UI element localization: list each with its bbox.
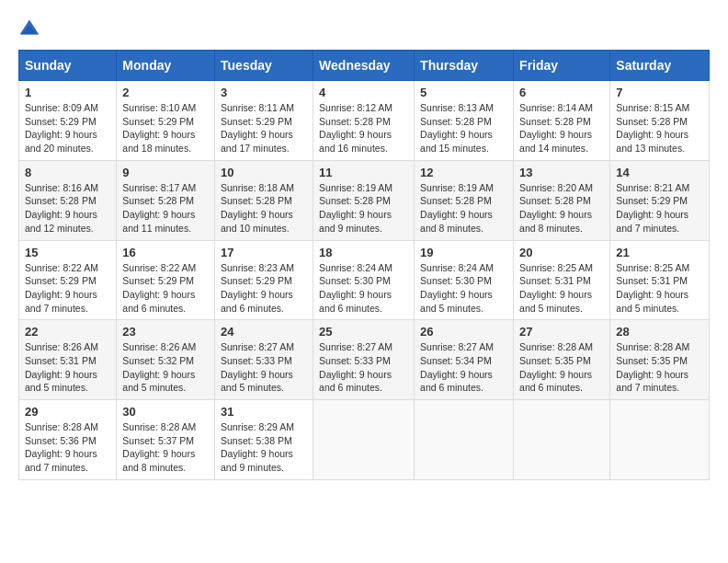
- weekday-header-row: SundayMondayTuesdayWednesdayThursdayFrid…: [19, 51, 710, 81]
- calendar-day-cell: 7Sunrise: 8:15 AMSunset: 5:28 PMDaylight…: [610, 81, 710, 161]
- day-number: 11: [319, 166, 408, 179]
- day-info: Sunrise: 8:26 AMSunset: 5:32 PMDaylight:…: [122, 340, 209, 395]
- day-info: Sunrise: 8:17 AMSunset: 5:28 PMDaylight:…: [122, 181, 209, 236]
- day-number: 24: [221, 325, 307, 339]
- day-number: 26: [420, 325, 507, 339]
- calendar-day-cell: 8Sunrise: 8:16 AMSunset: 5:28 PMDaylight…: [19, 160, 117, 240]
- calendar-table: SundayMondayTuesdayWednesdayThursdayFrid…: [18, 50, 710, 480]
- header: [18, 18, 710, 40]
- calendar-day-cell: 30Sunrise: 8:28 AMSunset: 5:37 PMDayligh…: [117, 400, 215, 480]
- calendar-week-row: 22Sunrise: 8:26 AMSunset: 5:31 PMDayligh…: [19, 320, 710, 400]
- calendar-day-cell: 10Sunrise: 8:18 AMSunset: 5:28 PMDayligh…: [215, 160, 313, 240]
- day-info: Sunrise: 8:11 AMSunset: 5:29 PMDaylight:…: [221, 101, 307, 155]
- calendar-day-cell: 12Sunrise: 8:19 AMSunset: 5:28 PMDayligh…: [415, 160, 514, 240]
- calendar-day-cell: 18Sunrise: 8:24 AMSunset: 5:30 PMDayligh…: [313, 240, 415, 320]
- calendar-day-cell: 17Sunrise: 8:23 AMSunset: 5:29 PMDayligh…: [215, 240, 313, 320]
- day-info: Sunrise: 8:15 AMSunset: 5:28 PMDaylight:…: [616, 101, 703, 155]
- weekday-header-wednesday: Wednesday: [313, 51, 415, 81]
- calendar-day-cell: 25Sunrise: 8:27 AMSunset: 5:33 PMDayligh…: [313, 320, 415, 400]
- day-number: 5: [420, 86, 507, 99]
- calendar-day-cell: 5Sunrise: 8:13 AMSunset: 5:28 PMDaylight…: [415, 81, 514, 161]
- weekday-header-saturday: Saturday: [610, 51, 710, 81]
- day-info: Sunrise: 8:23 AMSunset: 5:29 PMDaylight:…: [221, 261, 307, 316]
- calendar-day-cell: 27Sunrise: 8:28 AMSunset: 5:35 PMDayligh…: [514, 320, 610, 400]
- calendar-day-cell: 26Sunrise: 8:27 AMSunset: 5:34 PMDayligh…: [415, 320, 514, 400]
- day-info: Sunrise: 8:13 AMSunset: 5:28 PMDaylight:…: [420, 101, 507, 155]
- day-number: 21: [616, 246, 703, 259]
- day-number: 30: [122, 405, 209, 419]
- calendar-day-cell: 4Sunrise: 8:12 AMSunset: 5:28 PMDaylight…: [313, 81, 415, 161]
- calendar-day-cell: 24Sunrise: 8:27 AMSunset: 5:33 PMDayligh…: [215, 320, 313, 400]
- day-number: 18: [319, 246, 408, 259]
- logo-icon: [18, 18, 40, 40]
- calendar-day-cell: 6Sunrise: 8:14 AMSunset: 5:28 PMDaylight…: [514, 81, 610, 161]
- day-info: Sunrise: 8:28 AMSunset: 5:35 PMDaylight:…: [616, 340, 703, 395]
- day-number: 9: [122, 166, 209, 179]
- logo: [18, 18, 44, 40]
- day-info: Sunrise: 8:27 AMSunset: 5:34 PMDaylight:…: [420, 340, 507, 395]
- day-number: 27: [519, 325, 604, 339]
- calendar-day-cell: 22Sunrise: 8:26 AMSunset: 5:31 PMDayligh…: [19, 320, 117, 400]
- day-number: 14: [616, 166, 703, 179]
- day-number: 15: [25, 246, 110, 259]
- weekday-header-friday: Friday: [514, 51, 610, 81]
- day-number: 2: [122, 86, 209, 99]
- day-info: Sunrise: 8:20 AMSunset: 5:28 PMDaylight:…: [519, 181, 604, 236]
- calendar-day-cell: 28Sunrise: 8:28 AMSunset: 5:35 PMDayligh…: [610, 320, 710, 400]
- day-number: 23: [122, 325, 209, 339]
- day-info: Sunrise: 8:19 AMSunset: 5:28 PMDaylight:…: [319, 181, 408, 236]
- day-info: Sunrise: 8:26 AMSunset: 5:31 PMDaylight:…: [25, 340, 110, 395]
- calendar-day-cell: [415, 400, 514, 480]
- day-info: Sunrise: 8:28 AMSunset: 5:36 PMDaylight:…: [25, 420, 110, 475]
- calendar-day-cell: 9Sunrise: 8:17 AMSunset: 5:28 PMDaylight…: [117, 160, 215, 240]
- day-number: 17: [221, 246, 307, 259]
- calendar-day-cell: 16Sunrise: 8:22 AMSunset: 5:29 PMDayligh…: [117, 240, 215, 320]
- day-info: Sunrise: 8:12 AMSunset: 5:28 PMDaylight:…: [319, 101, 408, 155]
- day-number: 13: [519, 166, 604, 179]
- day-number: 6: [519, 86, 604, 99]
- day-info: Sunrise: 8:19 AMSunset: 5:28 PMDaylight:…: [420, 181, 507, 236]
- day-info: Sunrise: 8:22 AMSunset: 5:29 PMDaylight:…: [25, 261, 110, 316]
- day-number: 7: [616, 86, 703, 99]
- calendar-day-cell: 15Sunrise: 8:22 AMSunset: 5:29 PMDayligh…: [19, 240, 117, 320]
- weekday-header-monday: Monday: [117, 51, 215, 81]
- day-info: Sunrise: 8:29 AMSunset: 5:38 PMDaylight:…: [221, 420, 307, 475]
- weekday-header-thursday: Thursday: [415, 51, 514, 81]
- day-info: Sunrise: 8:25 AMSunset: 5:31 PMDaylight:…: [519, 261, 604, 316]
- calendar-day-cell: [610, 400, 710, 480]
- day-number: 22: [25, 325, 110, 339]
- day-info: Sunrise: 8:10 AMSunset: 5:29 PMDaylight:…: [122, 101, 209, 155]
- calendar-day-cell: [313, 400, 415, 480]
- calendar-week-row: 8Sunrise: 8:16 AMSunset: 5:28 PMDaylight…: [19, 160, 710, 240]
- calendar-day-cell: [514, 400, 610, 480]
- weekday-header-sunday: Sunday: [19, 51, 117, 81]
- calendar-day-cell: 29Sunrise: 8:28 AMSunset: 5:36 PMDayligh…: [19, 400, 117, 480]
- day-info: Sunrise: 8:14 AMSunset: 5:28 PMDaylight:…: [519, 101, 604, 155]
- calendar-day-cell: 23Sunrise: 8:26 AMSunset: 5:32 PMDayligh…: [117, 320, 215, 400]
- calendar-day-cell: 19Sunrise: 8:24 AMSunset: 5:30 PMDayligh…: [415, 240, 514, 320]
- weekday-header-tuesday: Tuesday: [215, 51, 313, 81]
- calendar-day-cell: 14Sunrise: 8:21 AMSunset: 5:29 PMDayligh…: [610, 160, 710, 240]
- calendar-week-row: 29Sunrise: 8:28 AMSunset: 5:36 PMDayligh…: [19, 400, 710, 480]
- day-info: Sunrise: 8:28 AMSunset: 5:37 PMDaylight:…: [122, 420, 209, 475]
- day-info: Sunrise: 8:24 AMSunset: 5:30 PMDaylight:…: [420, 261, 507, 316]
- day-number: 16: [122, 246, 209, 259]
- day-number: 29: [25, 405, 110, 419]
- calendar-day-cell: 2Sunrise: 8:10 AMSunset: 5:29 PMDaylight…: [117, 81, 215, 161]
- day-info: Sunrise: 8:27 AMSunset: 5:33 PMDaylight:…: [221, 340, 307, 395]
- calendar-day-cell: 20Sunrise: 8:25 AMSunset: 5:31 PMDayligh…: [514, 240, 610, 320]
- day-number: 31: [221, 405, 307, 419]
- calendar-day-cell: 11Sunrise: 8:19 AMSunset: 5:28 PMDayligh…: [313, 160, 415, 240]
- calendar-day-cell: 3Sunrise: 8:11 AMSunset: 5:29 PMDaylight…: [215, 81, 313, 161]
- day-number: 1: [25, 86, 110, 99]
- day-number: 25: [319, 325, 408, 339]
- day-info: Sunrise: 8:18 AMSunset: 5:28 PMDaylight:…: [221, 181, 307, 236]
- day-number: 4: [319, 86, 408, 99]
- day-info: Sunrise: 8:21 AMSunset: 5:29 PMDaylight:…: [616, 181, 703, 236]
- day-number: 8: [25, 166, 110, 179]
- day-number: 3: [221, 86, 307, 99]
- day-number: 10: [221, 166, 307, 179]
- day-number: 19: [420, 246, 507, 259]
- calendar-day-cell: 31Sunrise: 8:29 AMSunset: 5:38 PMDayligh…: [215, 400, 313, 480]
- calendar-day-cell: 13Sunrise: 8:20 AMSunset: 5:28 PMDayligh…: [514, 160, 610, 240]
